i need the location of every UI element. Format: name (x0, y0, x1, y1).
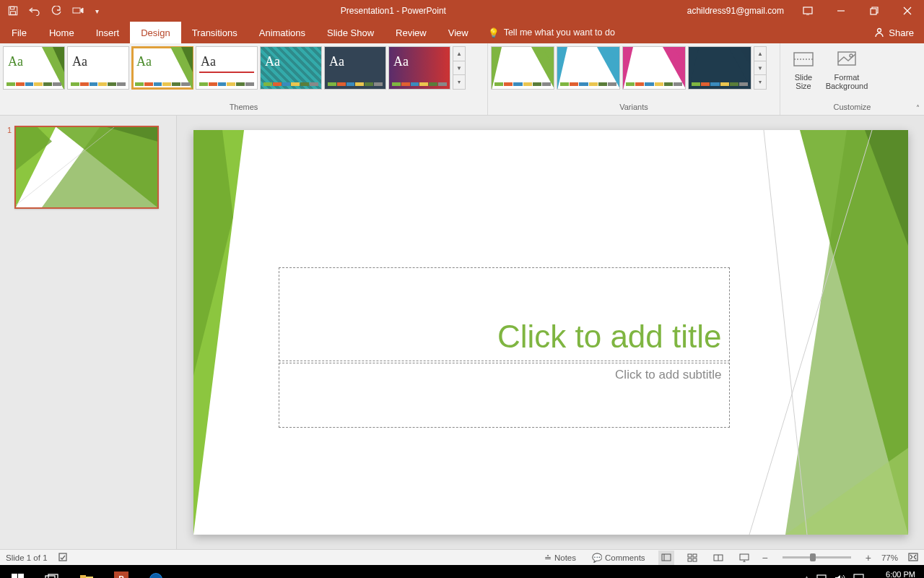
gallery-up-icon[interactable]: ▲ (754, 47, 766, 61)
svg-rect-65 (854, 574, 863, 578)
gallery-more-icon[interactable]: ▾ (453, 75, 465, 89)
thumbnail-1[interactable] (14, 126, 159, 209)
workspace: 1 (0, 116, 924, 549)
tab-view[interactable]: View (437, 22, 479, 43)
reading-view-icon[interactable] (710, 551, 726, 565)
theme-thumbnail[interactable]: Aa (3, 46, 65, 90)
save-icon[interactable] (6, 4, 20, 18)
tab-transitions[interactable]: Transitions (181, 22, 248, 43)
variants-gallery-spinner[interactable]: ▲ ▼ ▾ (754, 46, 767, 90)
svg-rect-4 (803, 7, 812, 14)
file-explorer-icon[interactable] (69, 565, 104, 578)
person-icon (874, 27, 884, 38)
svg-rect-50 (740, 554, 749, 560)
powerpoint-taskbar-icon[interactable]: P (104, 565, 139, 578)
slide-count: Slide 1 of 1 (6, 553, 48, 562)
theme-thumbnail[interactable]: Aa (131, 46, 193, 90)
ribbon-tabs: File Home Insert Design Transitions Anim… (0, 22, 924, 43)
tab-file[interactable]: File (0, 22, 38, 43)
start-button[interactable] (0, 565, 35, 578)
zoom-slider[interactable] (783, 556, 851, 558)
theme-thumbnail[interactable]: Aa (196, 46, 258, 90)
svg-rect-47 (693, 558, 697, 561)
undo-icon[interactable] (27, 4, 42, 18)
theme-thumbnail[interactable]: Aa (260, 46, 322, 90)
svg-rect-42 (662, 554, 671, 561)
gallery-up-icon[interactable]: ▲ (453, 47, 465, 61)
network-icon[interactable] (816, 574, 827, 578)
edge-taskbar-icon[interactable] (139, 565, 173, 578)
qat-customize-icon[interactable]: ▾ (92, 4, 101, 18)
gallery-more-icon[interactable]: ▾ (754, 75, 766, 89)
zoom-out-icon[interactable]: − (762, 552, 768, 564)
comments-label: Comments (605, 553, 645, 562)
format-background-button[interactable]: Format Background (825, 46, 868, 90)
collapse-ribbon-icon[interactable]: ˄ (916, 104, 920, 112)
variants-group-label: Variants (491, 102, 777, 113)
zoom-value[interactable]: 77% (881, 553, 898, 562)
slide-sorter-view-icon[interactable] (684, 551, 700, 565)
notes-button[interactable]: ≐ Notes (541, 553, 579, 563)
svg-rect-52 (12, 574, 17, 579)
start-from-beginning-icon[interactable] (71, 4, 85, 18)
action-center-icon[interactable] (853, 574, 864, 578)
svg-rect-3 (73, 8, 80, 13)
maximize-icon[interactable] (858, 0, 891, 22)
title-placeholder-text: Click to add title (497, 319, 722, 355)
taskbar-clock[interactable]: 6:00 PM 11/12/2016 (871, 570, 920, 578)
svg-rect-1 (11, 7, 14, 9)
thumbnail-1-wrap[interactable]: 1 (7, 126, 169, 209)
variant-thumbnail[interactable] (622, 46, 686, 90)
tab-review[interactable]: Review (385, 22, 437, 43)
comments-icon: 💬 (592, 553, 602, 563)
task-view-icon[interactable] (35, 565, 69, 578)
tab-slideshow[interactable]: Slide Show (316, 22, 385, 43)
tab-design[interactable]: Design (130, 22, 180, 43)
tray-overflow-icon[interactable]: ˄ (805, 576, 808, 579)
svg-rect-41 (59, 553, 66, 561)
slide-canvas[interactable]: Click to add title Click to add subtitle (193, 130, 908, 535)
spell-check-icon[interactable] (58, 552, 68, 564)
slide-thumbnails-pane: 1 (0, 116, 177, 549)
svg-rect-53 (18, 574, 24, 579)
themes-gallery-spinner[interactable]: ▲ ▼ ▾ (453, 46, 466, 90)
svg-rect-59 (80, 575, 86, 578)
tab-insert[interactable]: Insert (85, 22, 131, 43)
svg-rect-2 (11, 12, 16, 14)
theme-thumbnail[interactable]: AaAa (388, 46, 450, 90)
gallery-down-icon[interactable]: ▼ (754, 61, 766, 76)
fit-to-window-icon[interactable] (908, 553, 918, 563)
tab-home[interactable]: Home (38, 22, 85, 43)
theme-thumbnail[interactable]: Aa (67, 46, 129, 90)
svg-marker-64 (835, 575, 840, 578)
slide-size-button[interactable]: Slide Size (786, 46, 821, 90)
system-tray: ˄ 6:00 PM 11/12/2016 (805, 570, 924, 578)
variant-thumbnail[interactable] (557, 46, 620, 90)
notes-label: Notes (554, 553, 576, 562)
taskbar-time: 6:00 PM (876, 570, 915, 578)
tab-animations[interactable]: Animations (248, 22, 316, 43)
account-name[interactable]: achildress91@gmail.com (680, 6, 791, 16)
gallery-down-icon[interactable]: ▼ (453, 61, 465, 76)
volume-icon[interactable] (834, 574, 846, 578)
slideshow-view-icon[interactable] (736, 551, 752, 565)
ribbon-display-options-icon[interactable] (791, 0, 824, 22)
facet-deco-right (720, 130, 908, 535)
notes-icon: ≐ (544, 553, 552, 563)
variant-thumbnail[interactable] (688, 46, 751, 90)
normal-view-icon[interactable] (658, 551, 674, 565)
variant-thumbnail[interactable] (491, 46, 554, 90)
tell-me-search[interactable]: 💡 Tell me what you want to do (479, 22, 624, 43)
subtitle-placeholder[interactable]: Click to add subtitle (279, 363, 730, 428)
close-icon[interactable] (891, 0, 924, 22)
slide-size-label: Slide Size (795, 73, 812, 90)
minimize-icon[interactable] (824, 0, 858, 22)
zoom-in-icon[interactable]: + (866, 552, 871, 564)
title-placeholder[interactable]: Click to add title (279, 267, 730, 361)
comments-button[interactable]: 💬 Comments (589, 553, 648, 563)
share-button[interactable]: Share (864, 22, 924, 43)
themes-group-label: Themes (3, 102, 484, 113)
customize-group: Slide Size Format Background Customize (780, 43, 924, 115)
theme-thumbnail[interactable]: Aa (324, 46, 386, 90)
redo-icon[interactable] (49, 4, 64, 18)
